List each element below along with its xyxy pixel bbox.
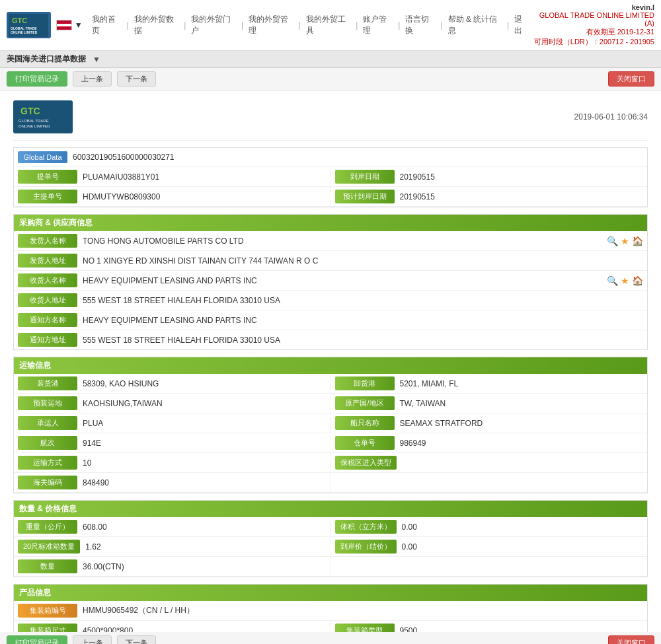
weight-value: 608.00 bbox=[83, 522, 327, 532]
notify-addr-label: 通知方地址 bbox=[18, 333, 77, 347]
flag-arrow[interactable]: ▼ bbox=[75, 20, 83, 30]
manifest-cell: 仓单号 986949 bbox=[331, 433, 648, 452]
header-left: GTC GLOBAL TRADE ONLINE LIMITED ▼ 我的首页 |… bbox=[7, 12, 533, 38]
page-title: 美国海关进口提单数据 bbox=[7, 54, 86, 65]
container-no-row: 集装箱编号 HMMU9065492（CN / L / HH） bbox=[14, 601, 647, 621]
nav-language[interactable]: 语言切换 bbox=[401, 13, 439, 38]
shipper-name-value: TONG HONG AUTOMOBILE PARTS CO LTD bbox=[83, 236, 602, 246]
bottom-prev-button[interactable]: 上一条 bbox=[73, 635, 112, 644]
shipper-search-icon[interactable]: 🔍 bbox=[607, 236, 618, 246]
nav-trade-data[interactable]: 我的外贸数据 bbox=[130, 13, 183, 38]
bottom-print-button[interactable]: 打印贸易记录 bbox=[7, 635, 67, 644]
next-button[interactable]: 下一条 bbox=[117, 71, 156, 87]
container20-value: 1.62 bbox=[85, 542, 326, 552]
bill-no-cell: 提单号 PLUAMAIU03881Y01 bbox=[14, 167, 331, 186]
consignee-star-icon[interactable]: ★ bbox=[621, 275, 629, 286]
svg-text:ONLINE LIMITED: ONLINE LIMITED bbox=[11, 30, 38, 34]
bottom-next-button[interactable]: 下一条 bbox=[117, 635, 156, 644]
nav-account[interactable]: 账户管理 bbox=[359, 13, 397, 38]
consignee-icons: 🔍 ★ 🏠 bbox=[607, 275, 643, 286]
transport-mode-value: 10 bbox=[83, 458, 327, 468]
shipper-star-icon[interactable]: ★ bbox=[621, 236, 629, 246]
bill-row: 提单号 PLUAMAIU03881Y01 到岸日期 20190515 bbox=[14, 167, 647, 187]
main-nav: 我的首页 | 我的外贸数据 | 我的外贸门户 | 我的外贸管理 | 我的外贸工具… bbox=[88, 13, 533, 38]
close-button[interactable]: 关闭窗口 bbox=[608, 71, 654, 87]
quantity-section: 数量 & 价格信息 重量（公斤） 608.00 体积（立方米） 0.00 20尺… bbox=[13, 500, 648, 577]
qty-empty bbox=[331, 557, 648, 576]
customs-cell: 海关编码 848490 bbox=[14, 473, 331, 492]
volume-value: 0.00 bbox=[402, 522, 644, 532]
nav-trade-portal[interactable]: 我的外贸门户 bbox=[187, 13, 240, 38]
bill-no-label: 提单号 bbox=[18, 170, 77, 184]
nav-help[interactable]: 帮助 & 统计信息 bbox=[444, 13, 506, 38]
svg-text:GTC: GTC bbox=[20, 106, 40, 116]
master-bill-value: HDMUTYWB0809300 bbox=[83, 192, 327, 201]
scroll-area: GTC GLOBAL TRADE ONLINE LIMITED 2019-06-… bbox=[0, 90, 661, 632]
container-size-value: 4500*900*800 bbox=[83, 626, 327, 633]
username: kevin.l bbox=[533, 3, 654, 11]
shipper-name-label: 发货人名称 bbox=[18, 234, 77, 248]
consignee-name-row: 收货人名称 HEAVY EQUIPMENT LEASING AND PARTS … bbox=[14, 271, 647, 291]
notify-name-label: 通知方名称 bbox=[18, 313, 77, 327]
discharge-port-label: 卸货港 bbox=[335, 376, 395, 390]
container-size-label: 集装箱尺寸 bbox=[18, 624, 77, 632]
transport-section: 运输信息 装货港 58309, KAO HSIUNG 卸货港 5201, MIA… bbox=[13, 357, 648, 493]
nav-home[interactable]: 我的首页 bbox=[88, 13, 126, 38]
top-bar: 美国海关进口提单数据 ▼ bbox=[0, 51, 661, 68]
container-type-value: 9500 bbox=[400, 626, 644, 633]
port-row: 装货港 58309, KAO HSIUNG 卸货港 5201, MIAMI, F… bbox=[14, 374, 647, 394]
discharge-port-cell: 卸货港 5201, MIAMI, FL bbox=[331, 374, 648, 393]
qty-value: 36.00(CTN) bbox=[83, 562, 327, 571]
container-no-label: 集装箱编号 bbox=[18, 604, 77, 618]
shipper-addr-value: NO 1 XINGYE RD XINSHI DIST TAINAN CITY 7… bbox=[83, 256, 643, 266]
arrival-price-cell: 到岸价（结价） 0.00 bbox=[331, 537, 648, 556]
volume-cell: 体积（立方米） 0.00 bbox=[331, 517, 648, 536]
shipper-icons: 🔍 ★ 🏠 bbox=[607, 236, 643, 246]
shipper-home-icon[interactable]: 🏠 bbox=[632, 236, 643, 246]
carrier-label: 承运人 bbox=[18, 416, 77, 430]
consignee-addr-value: 555 WEST 18 STREET HIALEAH FLORIDA 33010… bbox=[83, 296, 643, 305]
manifest-label: 仓单号 bbox=[335, 436, 395, 450]
bill-no-value: PLUAMAIU03881Y01 bbox=[83, 172, 327, 182]
flag-container: ▼ bbox=[56, 20, 83, 30]
consignee-addr-label: 收货人地址 bbox=[18, 293, 77, 307]
transport-header: 运输信息 bbox=[14, 357, 647, 374]
bottom-close-button[interactable]: 关闭窗口 bbox=[608, 635, 654, 644]
notify-addr-value: 555 WEST 18 STREET HIALEAH FLORIDA 33010… bbox=[83, 336, 643, 345]
shipper-section: 采购商 & 供应商信息 发货人名称 TONG HONG AUTOMOBILE P… bbox=[13, 214, 648, 350]
nav-trade-mgmt[interactable]: 我的外贸管理 bbox=[245, 13, 297, 38]
origin-cell: 原产国/地区 TW, TAIWAN bbox=[331, 394, 648, 413]
qty-row: 数量 36.00(CTN) bbox=[14, 557, 647, 577]
arrival-price-label: 到岸价（结价） bbox=[335, 540, 397, 554]
loading-port-cell: 装货港 58309, KAO HSIUNG bbox=[14, 374, 331, 393]
vessel-value: SEAMAX STRATFORD bbox=[400, 419, 644, 428]
svg-text:ONLINE LIMITED: ONLINE LIMITED bbox=[19, 124, 50, 128]
notify-addr-row: 通知方地址 555 WEST 18 STREET HIALEAH FLORIDA… bbox=[14, 330, 647, 349]
toolbar: 打印贸易记录 上一条 下一条 关闭窗口 bbox=[0, 68, 661, 90]
container-type-cell: 集装箱类型 9500 bbox=[331, 621, 648, 632]
shipper-header: 采购商 & 供应商信息 bbox=[14, 215, 647, 231]
global-data-row: Global Data 60032019051600000030271 bbox=[14, 148, 647, 167]
ftz-cell: 保税区进入类型 bbox=[331, 453, 648, 472]
consignee-addr-row: 收货人地址 555 WEST 18 STREET HIALEAH FLORIDA… bbox=[14, 291, 647, 310]
doc-timestamp: 2019-06-01 10:06:34 bbox=[574, 112, 648, 122]
shipper-addr-row: 发货人地址 NO 1 XINGYE RD XINSHI DIST TAINAN … bbox=[14, 251, 647, 271]
consignee-search-icon[interactable]: 🔍 bbox=[607, 275, 618, 286]
nav-trade-tools[interactable]: 我的外贸工具 bbox=[302, 13, 355, 38]
print-button[interactable]: 打印贸易记录 bbox=[7, 71, 67, 87]
customs-row: 海关编码 848490 bbox=[14, 473, 647, 493]
product-header: 产品信息 bbox=[14, 585, 647, 601]
nav-logout[interactable]: 退出 bbox=[510, 13, 533, 38]
loading-port-label: 装货港 bbox=[18, 376, 77, 390]
customs-value: 848490 bbox=[83, 478, 327, 487]
arrival-price-value: 0.00 bbox=[402, 542, 644, 552]
master-bill-row: 主提单号 HDMUTYWB0809300 预计到岸日期 20190515 bbox=[14, 187, 647, 207]
ldr-info: 可用时段（LDR）：200712 - 201905 bbox=[533, 37, 654, 47]
prev-button[interactable]: 上一条 bbox=[73, 71, 112, 87]
consignee-home-icon[interactable]: 🏠 bbox=[632, 275, 643, 286]
expire-date: 有效期至 2019-12-31 bbox=[533, 27, 654, 37]
consignee-name-label: 收货人名称 bbox=[18, 273, 77, 287]
qty-cell: 数量 36.00(CTN) bbox=[14, 557, 331, 576]
master-bill-cell: 主提单号 HDMUTYWB0809300 bbox=[14, 187, 331, 206]
title-arrow[interactable]: ▼ bbox=[93, 55, 100, 64]
